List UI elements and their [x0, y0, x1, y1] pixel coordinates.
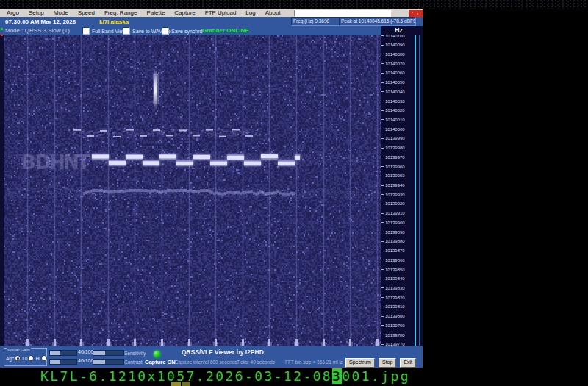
info-bar: 07:30:00 AM Mar 12, 2026 kl7l.alaska Fre… [0, 17, 423, 26]
scale-label: 10139820 [381, 295, 405, 301]
visual-gain-radios: AgcLoHi [6, 355, 47, 361]
contrast-slider-right[interactable] [93, 359, 124, 365]
action-buttons: SpectrumStopExit [345, 358, 416, 368]
filename-statusline: KL7L-6.1210x1057.2026-03-12-083001.jpg [40, 368, 410, 384]
scale-tick [381, 222, 384, 223]
olive-block-1 [171, 382, 181, 386]
checkbox-save-synchrd[interactable] [162, 27, 169, 35]
menu-items: ArgoSetupModeSpeedFreq. RangePaletteCapt… [0, 9, 281, 17]
scale-label-text: 10140050 [385, 80, 405, 85]
scale-label-text: 10140060 [385, 71, 405, 75]
scale-label: 10139960 [381, 164, 405, 170]
contrast-slider[interactable] [49, 359, 77, 365]
ticks-label: Ticks: 40 seconds [237, 360, 275, 365]
checkbox-label-full-band-view: Full Band View [92, 29, 126, 34]
menu-item-argo[interactable]: Argo [7, 9, 19, 17]
frequency-scale: Hz 1014010010140090101400801014007010140… [381, 26, 423, 350]
radio-lo[interactable] [28, 355, 34, 361]
radio-hi[interactable] [41, 355, 47, 361]
scale-tick [381, 82, 384, 83]
control-bar: Visual Gain AgcLoHi 40/100 Sensitivity 4… [0, 346, 423, 368]
grabber-status: Grabber ONLINE [202, 27, 249, 34]
scale-label: 10140000 [381, 126, 405, 132]
scale-label-text: 10140090 [385, 43, 405, 47]
scale-label-text: 10139940 [385, 183, 405, 187]
scale-label-text: 10139980 [385, 146, 405, 150]
scale-label: 10139970 [381, 154, 405, 160]
scale-label: 10139780 [381, 332, 405, 338]
scale-tick [381, 91, 384, 92]
app-title: QRSS/VLF Viewer by I2PHD [182, 349, 264, 356]
scale-tick [381, 279, 384, 279]
menu-item-speed[interactable]: Speed [78, 9, 95, 17]
menu-item-setup[interactable]: Setup [29, 9, 44, 17]
scale-label: 10139890 [381, 229, 405, 235]
menu-item-capture[interactable]: Capture [174, 9, 195, 17]
contrast-label: Contrast [124, 360, 143, 365]
radio-item-hi: Hi [35, 355, 46, 361]
menu-item-palette[interactable]: Palette [146, 9, 165, 17]
scale-label: 10139850 [381, 267, 405, 273]
scale-label-text: 10139930 [385, 193, 405, 197]
scale-label: 10140010 [381, 117, 405, 123]
menu-readout-field [294, 10, 391, 17]
scale-label-text: 10139820 [385, 296, 405, 300]
visual-gain-group: Visual Gain AgcLoHi [4, 348, 47, 366]
scale-label: 10139840 [381, 276, 405, 282]
screen: ArgoSetupModeSpeedFreq. RangePaletteCapt… [0, 0, 588, 386]
checkbox-item-save-synchrd: Save synchrd [162, 27, 202, 35]
olive-block-2 [182, 382, 190, 386]
scale-label-text: 10139990 [385, 136, 405, 140]
scale-label-text: 10139870 [385, 249, 405, 253]
fft-bin-label: FFT bin size = 366.21 mHz [285, 360, 343, 365]
menu-item-freq-range[interactable]: Freq. Range [104, 9, 137, 17]
scale-label-text: 10140040 [385, 90, 405, 94]
menu-item-ftp-upload[interactable]: FTP Upload [205, 9, 237, 17]
scale-tick [381, 166, 384, 167]
scale-label: 10139790 [381, 323, 405, 329]
edge-indicator-green-top [1, 28, 3, 30]
spectrogram-canvas[interactable] [4, 35, 381, 346]
spectrum-button[interactable]: Spectrum [345, 358, 375, 368]
scale-label: 10139940 [381, 182, 405, 188]
edge-indicator-red-top [1, 34, 3, 36]
sensitivity-value: 40/100 [78, 349, 93, 354]
scale-tick [381, 138, 384, 139]
checkbox-full-band-view[interactable] [82, 27, 90, 35]
sensitivity-slider[interactable] [49, 350, 77, 356]
menu-bar: ArgoSetupModeSpeedFreq. RangePaletteCapt… [0, 9, 423, 17]
scale-label: 10139980 [381, 145, 405, 151]
scale-label: 10140030 [381, 99, 405, 104]
exit-button[interactable]: Exit [400, 358, 416, 368]
scale-tick [381, 269, 384, 270]
sensitivity-slider-right[interactable] [93, 350, 124, 356]
clock-display: 07:30:00 AM Mar 12, 2026 [5, 18, 76, 25]
scale-label-text: 10139800 [385, 314, 405, 318]
argo-window: ArgoSetupModeSpeedFreq. RangePaletteCapt… [0, 9, 423, 368]
scale-tick [381, 316, 384, 317]
menu-item-log[interactable]: Log [245, 9, 255, 17]
scale-label-text: 10139850 [385, 268, 405, 272]
scale-label: 10139930 [381, 192, 405, 198]
stop-button[interactable]: Stop [379, 358, 396, 368]
scale-tick [381, 344, 384, 345]
scale-label-text: 10139790 [385, 324, 405, 328]
filename-post: 001.jpg [342, 368, 410, 384]
scale-tick [381, 54, 384, 54]
scale-tick [381, 176, 384, 176]
menu-item-mode[interactable]: Mode [54, 9, 68, 17]
scale-label: 10139830 [381, 285, 405, 291]
menu-item-about[interactable]: About [265, 9, 281, 17]
scale-tick [381, 194, 384, 195]
scale-tick [381, 307, 384, 307]
scale-label-text: 10140020 [385, 108, 405, 112]
scale-label: 10140100 [381, 33, 405, 39]
scale-label-text: 10139840 [385, 276, 405, 281]
scale-label: 10140070 [381, 61, 405, 67]
scale-label: 10139920 [381, 201, 405, 207]
checkbox-save-to-wav-file[interactable] [123, 27, 130, 35]
freq-readout: Freq (Hz) 0.3698 [291, 17, 340, 26]
radio-agc[interactable] [15, 355, 21, 361]
radio-item-lo: Lo [22, 355, 34, 361]
scale-tick [381, 148, 384, 149]
